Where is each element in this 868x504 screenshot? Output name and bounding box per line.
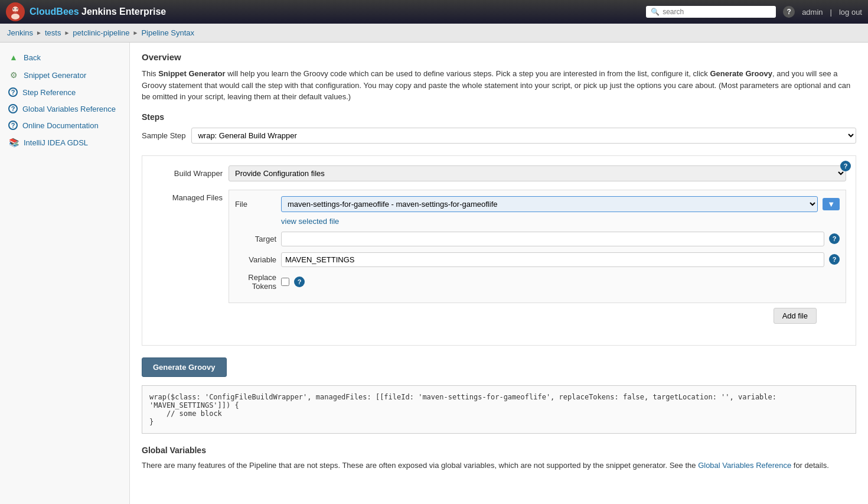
snippet-icon: ⚙ [8,70,19,80]
breadcrumb-sep-1: ► [36,30,42,36]
generate-groovy-row: Generate Groovy [142,357,856,385]
build-wrapper-select[interactable]: Provide Configuration files [229,165,846,181]
sidebar-label-global-vars: Global Variables Reference [22,105,116,113]
intellij-icon: 📚 [8,137,19,148]
svg-point-2 [11,14,19,19]
breadcrumb-tests[interactable]: tests [45,28,61,37]
variable-input[interactable] [281,252,824,267]
managed-files-outer: Managed Files File maven-settings-for-ga… [152,190,846,303]
global-vars-text: There are many features of the Pipeline … [142,460,856,472]
sidebar-item-online-docs[interactable]: ? Online Documentation [0,117,129,134]
sidebar-label-back: Back [24,53,41,62]
sample-step-row: Sample Step wrap: General Build Wrapper [142,128,856,144]
variable-label: Variable [235,255,276,264]
question-icon-global: ? [8,104,18,113]
question-icon-step: ? [8,87,18,97]
managed-files-block: File maven-settings-for-gameoflife - mav… [229,190,846,303]
replace-tokens-checkbox[interactable] [281,278,289,286]
code-output: wrap($class: 'ConfigFileBuildWrapper', m… [142,385,856,434]
brand-label: CloudBees [30,6,79,17]
app-title: CloudBees Jenkins Enterprise [30,6,166,17]
header-right: 🔍 ? admin | log out [646,6,862,18]
search-box: 🔍 [646,6,776,18]
add-file-row: Add file [152,308,834,324]
sidebar: ▲ Back ⚙ Snippet Generator ? Step Refere… [0,43,130,504]
question-icon-docs: ? [8,121,18,130]
sidebar-label-step-ref: Step Reference [22,88,76,97]
file-label: File [235,200,276,209]
sidebar-label-intellij: IntelliJ IDEA GDSL [24,138,88,147]
svg-point-4 [17,8,18,9]
replace-tokens-help-icon[interactable]: ? [294,277,305,287]
overview-section: Overview This Snippet Generator will hel… [142,52,856,103]
variable-row: Variable ? [235,252,840,267]
target-row: Target ? [235,232,840,246]
breadcrumb-jenkins[interactable]: Jenkins [7,28,33,37]
breadcrumb: Jenkins ► tests ► petclinic-pipeline ► P… [0,24,868,43]
snippet-generator-bold: Snippet Generator [158,69,225,78]
replace-tokens-label: Replace Tokens [235,273,276,291]
generate-groovy-bold: Generate Groovy [710,69,772,78]
sidebar-label-snippet: Snippet Generator [24,71,86,80]
sidebar-label-online-docs: Online Documentation [22,121,99,130]
content-area: Overview This Snippet Generator will hel… [130,43,868,504]
file-select[interactable]: maven-settings-for-gameoflife - maven-se… [281,196,818,212]
sidebar-item-snippet-generator[interactable]: ⚙ Snippet Generator [0,66,129,84]
logout-link[interactable]: log out [839,8,862,17]
search-input[interactable] [663,8,771,16]
header-separator: | [830,8,832,17]
admin-link[interactable]: admin [802,8,823,17]
main-layout: ▲ Back ⚙ Snippet Generator ? Step Refere… [0,43,868,504]
managed-files-label: Managed Files [152,190,223,202]
view-file-link[interactable]: view selected file [281,217,339,226]
build-wrapper-row: Build Wrapper Provide Configuration file… [152,165,846,181]
add-file-button[interactable]: Add file [774,308,817,324]
header: CloudBees Jenkins Enterprise 🔍 ? admin |… [0,0,868,24]
breadcrumb-petclinic[interactable]: petclinic-pipeline [73,28,129,37]
header-left: CloudBees Jenkins Enterprise [6,2,166,21]
svg-point-3 [13,8,14,9]
sample-step-select[interactable]: wrap: General Build Wrapper [191,128,856,144]
build-wrapper-label: Build Wrapper [152,169,223,178]
search-icon: 🔍 [651,8,660,16]
target-help-icon[interactable]: ? [829,233,840,244]
target-input[interactable] [281,232,824,246]
file-row: File maven-settings-for-gameoflife - mav… [235,196,840,212]
sidebar-item-step-reference[interactable]: ? Step Reference [0,84,129,100]
breadcrumb-sep-3: ► [132,30,138,36]
file-select-button[interactable]: ▼ [823,198,840,210]
global-vars-title: Global Variables [142,446,856,455]
sidebar-item-back[interactable]: ▲ Back [0,48,129,66]
view-file-row: view selected file [281,217,840,226]
logo-area: CloudBees Jenkins Enterprise [6,2,166,21]
sample-step-label: Sample Step [142,131,185,140]
target-label: Target [235,235,276,243]
variable-help-icon[interactable]: ? [829,254,840,265]
breadcrumb-sep-2: ► [64,30,70,36]
build-wrapper-help-icon[interactable]: ? [840,161,851,171]
sidebar-item-intellij[interactable]: 📚 IntelliJ IDEA GDSL [0,134,129,151]
global-variables-section: Global Variables There are many features… [142,446,856,472]
breadcrumb-pipeline-syntax[interactable]: Pipeline Syntax [141,28,194,37]
generate-groovy-button[interactable]: Generate Groovy [142,357,227,377]
build-wrapper-section: ? Build Wrapper Provide Configuration fi… [142,155,856,346]
jenkins-label: Jenkins Enterprise [81,6,166,17]
overview-title: Overview [142,52,856,62]
back-icon: ▲ [8,52,19,63]
global-vars-reference-link[interactable]: Global Variables Reference [698,461,791,470]
replace-tokens-row: Replace Tokens ? [235,273,840,291]
jenkins-logo [6,2,25,21]
steps-label: Steps [142,112,856,122]
steps-section: Steps Sample Step wrap: General Build Wr… [142,112,856,144]
sidebar-item-global-variables[interactable]: ? Global Variables Reference [0,100,129,117]
overview-text: This Snippet Generator will help you lea… [142,68,856,103]
header-help-icon[interactable]: ? [783,6,795,18]
